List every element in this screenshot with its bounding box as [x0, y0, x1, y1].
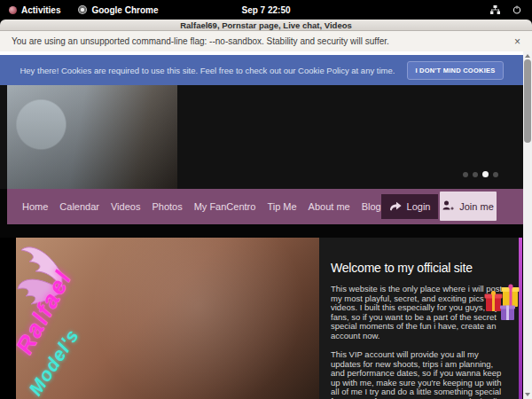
activities-label: Activities — [21, 5, 60, 15]
carousel-dot[interactable] — [493, 172, 498, 177]
nav-item-fancentro[interactable]: My FanCentro — [194, 201, 256, 212]
screen: Activities Google Chrome Sep 7 22:50 Ral… — [0, 0, 532, 399]
cookie-accept-button[interactable]: I DON'T MIND COOKIES — [407, 61, 503, 80]
join-person-icon — [442, 200, 454, 212]
nav-item-videos[interactable]: Videos — [111, 201, 140, 212]
nav-item-calendar[interactable]: Calendar — [59, 201, 99, 212]
page-viewport: Hey there! Cookies are required to use t… — [0, 51, 532, 399]
carousel-dots — [463, 171, 498, 177]
profile-photo-placeholder: Ralfael Model's — [16, 238, 319, 399]
activities-indicator-icon — [9, 6, 17, 14]
flag-infobar: You are using an unsupported command-lin… — [0, 31, 532, 51]
nav-item-aboutme[interactable]: About me — [309, 201, 350, 212]
nav-item-tipme[interactable]: Tip Me — [267, 201, 296, 212]
login-arrow-icon — [389, 201, 402, 213]
main-content: Ralfael Model's Welcome to my official s… — [0, 238, 523, 399]
clock[interactable]: Sep 7 22:50 — [241, 5, 290, 15]
system-top-bar: Activities Google Chrome Sep 7 22:50 — [0, 0, 532, 20]
hero-photo-placeholder — [7, 85, 177, 189]
join-label: Join me — [459, 201, 494, 212]
login-label: Login — [407, 201, 431, 212]
nav-item-home[interactable]: Home — [22, 201, 48, 212]
carousel-dot[interactable] — [463, 172, 468, 177]
window-title-bar: Ralfael69, Pornstar page, Live chat, Vid… — [0, 20, 532, 31]
infobar-message: You are using an unsupported command-lin… — [12, 36, 389, 46]
main-nav: Home Calendar Videos Photos My FanCentro… — [7, 189, 523, 224]
chrome-logo-icon — [78, 5, 87, 14]
scrollbar-thumb[interactable] — [524, 59, 531, 143]
network-icon[interactable] — [490, 5, 500, 14]
carousel-dot[interactable] — [482, 171, 489, 177]
app-menu-button[interactable]: Google Chrome — [78, 5, 158, 15]
nav-item-blog[interactable]: Blog — [362, 201, 381, 212]
app-menu-label: Google Chrome — [91, 5, 158, 15]
page-scrollbar[interactable] — [523, 51, 532, 399]
carousel-dot[interactable] — [473, 172, 478, 177]
scrollbar-up-arrow-icon[interactable] — [525, 54, 530, 58]
login-button[interactable]: Login — [381, 194, 438, 219]
window-title: Ralfael69, Pornstar page, Live chat, Vid… — [180, 20, 352, 30]
welcome-paragraph-2: This VIP account will provide you all my… — [331, 350, 507, 399]
power-icon[interactable] — [512, 5, 521, 14]
join-button[interactable]: Join me — [440, 192, 497, 221]
infobar-close-icon[interactable]: × — [514, 36, 520, 47]
activities-button[interactable]: Activities — [9, 5, 60, 15]
cookie-banner: Hey there! Cookies are required to use t… — [0, 55, 523, 85]
nav-item-photos[interactable]: Photos — [152, 201, 182, 212]
welcome-paragraph-1: This website is the only place where i w… — [331, 285, 507, 340]
cookie-message: Hey there! Cookies are required to use t… — [20, 66, 395, 75]
site-body: Home Calendar Videos Photos My FanCentro… — [0, 85, 523, 399]
gifts-icon — [484, 282, 523, 326]
welcome-title: Welcome to my official site — [331, 261, 506, 275]
hero-slider — [0, 85, 523, 189]
scrollbar-down-arrow-icon[interactable] — [525, 393, 530, 396]
